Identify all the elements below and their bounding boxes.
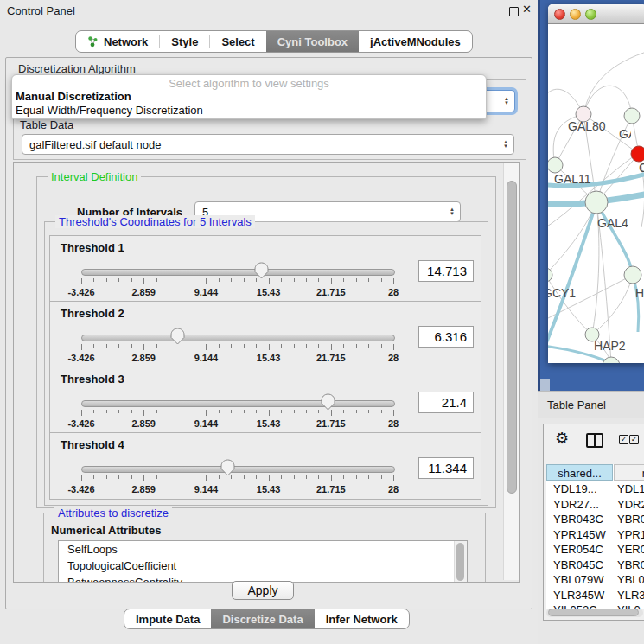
cell-name: YLR3 bbox=[617, 588, 644, 603]
panel-scrollbar[interactable] bbox=[503, 163, 519, 580]
close-icon[interactable]: ✕ bbox=[522, 3, 532, 16]
cell-shared-name: YLR345W bbox=[553, 588, 604, 603]
cell-shared-name: YER054C bbox=[553, 542, 603, 558]
tab-infer-network[interactable]: Infer Network bbox=[315, 609, 409, 628]
tick-label: 9.144 bbox=[180, 418, 232, 429]
tab-network[interactable]: Network bbox=[76, 31, 159, 52]
tab-style[interactable]: Style bbox=[160, 31, 209, 52]
table-row[interactable]: YBR043CYBR0 bbox=[546, 512, 644, 527]
column-header-name[interactable]: na bbox=[614, 464, 644, 481]
apply-button[interactable]: Apply bbox=[232, 581, 294, 600]
network-node-gcy1[interactable] bbox=[548, 268, 552, 282]
zoom-traffic-light-icon[interactable] bbox=[585, 9, 596, 20]
table-row[interactable]: YBR045CYBR0 bbox=[546, 558, 644, 573]
dropdown-option-manual-discretization[interactable]: Manual Discretization bbox=[16, 90, 131, 103]
tab-discretize-data[interactable]: Discretize Data bbox=[211, 609, 314, 628]
table-row[interactable]: YLR345WYLR3 bbox=[546, 588, 644, 603]
attributes-group-label: Attributes to discretize bbox=[54, 507, 172, 520]
network-node-gal4[interactable] bbox=[585, 191, 608, 214]
tab-impute-data[interactable]: Impute Data bbox=[124, 609, 211, 628]
thresholds-group-label: Threshold's Coordinates for 5 Intervals bbox=[55, 215, 255, 228]
checkbox-icon[interactable]: ✓ bbox=[629, 435, 639, 444]
threshold-value-field[interactable]: 21.4 bbox=[418, 392, 474, 413]
tab-jactivemnodules[interactable]: jActiveMNodules bbox=[359, 31, 472, 52]
threshold-label: Threshold 4 bbox=[61, 438, 124, 451]
attributes-group: Attributes to discretize Numerical Attri… bbox=[43, 513, 486, 583]
table-row[interactable]: YDL19...YDL1 bbox=[546, 481, 644, 497]
network-window[interactable]: GAL80GACGAL11GAL4GCY1HHAP2 bbox=[548, 4, 644, 363]
horizontal-scrollbar[interactable] bbox=[546, 609, 643, 617]
attribute-item[interactable]: SelfLoops bbox=[59, 542, 467, 558]
slider-track[interactable] bbox=[81, 466, 395, 473]
threshold-value-field[interactable]: 11.344 bbox=[418, 457, 474, 479]
thresholds-group: Threshold's Coordinates for 5 Intervals … bbox=[44, 221, 488, 506]
network-canvas[interactable]: GAL80GACGAL11GAL4GCY1HHAP2 bbox=[548, 24, 644, 363]
threshold-panel: Threshold 2-3.4262.8599.14415.4321.71528… bbox=[49, 301, 481, 368]
slider-tick-labels: -3.4262.8599.14415.4321.71528 bbox=[81, 484, 393, 494]
slider-track[interactable] bbox=[81, 400, 395, 407]
column-header-shared-name[interactable]: shared... bbox=[546, 464, 613, 481]
cell-shared-name: YPR145W bbox=[553, 527, 606, 543]
tab-cyni-toolbox[interactable]: Cyni Toolbox bbox=[266, 31, 359, 52]
slider-track[interactable] bbox=[81, 269, 395, 276]
table-panel-title: Table Panel bbox=[547, 399, 606, 411]
node-label: HAP2 bbox=[594, 339, 626, 353]
close-traffic-light-icon[interactable] bbox=[554, 9, 565, 20]
minimize-traffic-light-icon[interactable] bbox=[570, 9, 581, 20]
node-label: H bbox=[635, 286, 644, 300]
gear-icon[interactable]: ⚙ bbox=[555, 429, 569, 448]
table-row[interactable]: YER054CYER0 bbox=[546, 542, 644, 558]
cell-name: YBR0 bbox=[617, 558, 644, 573]
table-data-value: galFiltered.sif default node bbox=[29, 138, 161, 151]
cell-shared-name: YBR043C bbox=[553, 512, 603, 527]
float-window-icon[interactable] bbox=[509, 7, 519, 16]
threshold-panel: Threshold 1-3.4262.8599.14415.4321.71528… bbox=[49, 235, 481, 303]
slider-thumb[interactable] bbox=[321, 393, 335, 411]
attribute-item[interactable]: TopologicalCoefficient bbox=[59, 558, 467, 574]
network-node-right-mid[interactable] bbox=[624, 266, 641, 284]
cell-name: YIL0 bbox=[617, 603, 641, 609]
tick-label: -3.426 bbox=[55, 484, 107, 494]
slider-thumb[interactable] bbox=[170, 328, 185, 345]
slider-track[interactable] bbox=[81, 335, 395, 341]
table-row[interactable]: YBL079WYBL0 bbox=[546, 572, 644, 588]
tick-label: 2.859 bbox=[118, 484, 169, 494]
threshold-slider[interactable]: -3.4262.8599.14415.4321.71528 bbox=[81, 262, 393, 300]
threshold-slider[interactable]: -3.4262.8599.14415.4321.71528 bbox=[81, 328, 393, 366]
list-scrollbar[interactable] bbox=[454, 541, 467, 583]
checkbox-icon[interactable]: ✓ bbox=[619, 435, 628, 444]
table-row[interactable]: YIL052CYIL0 bbox=[546, 603, 644, 609]
table-row[interactable]: YDR27...YDR2 bbox=[546, 497, 644, 513]
cyni-toolbox-panel: Discretization Algorithm Table Data galF… bbox=[5, 57, 532, 609]
discretization-algorithm-label: Discretization Algorithm bbox=[18, 62, 136, 75]
node-label: GA bbox=[619, 127, 631, 141]
tick-label: 2.859 bbox=[118, 418, 169, 429]
panel-title: Control Panel bbox=[7, 4, 75, 17]
cell-shared-name: YBL079W bbox=[553, 572, 604, 588]
top-tab-bar: NetworkStyleSelectCyni ToolboxjActiveMNo… bbox=[75, 30, 473, 53]
cell-shared-name: YDL19... bbox=[553, 481, 597, 497]
threshold-slider[interactable]: -3.4262.8599.14415.4321.71528 bbox=[81, 459, 393, 497]
tab-select[interactable]: Select bbox=[210, 31, 265, 52]
scrollbar-thumb[interactable] bbox=[456, 543, 464, 581]
network-node-gal11[interactable] bbox=[548, 157, 563, 173]
scrollbar-thumb[interactable] bbox=[548, 609, 639, 616]
slider-thumb[interactable] bbox=[220, 459, 235, 476]
threshold-value-field[interactable]: 14.713 bbox=[418, 260, 474, 282]
table-data-combobox[interactable]: galFiltered.sif default node ▲▼ bbox=[22, 134, 514, 155]
slider-thumb[interactable] bbox=[254, 262, 269, 279]
numerical-attributes-list[interactable]: SelfLoopsTopologicalCoefficientBetweenne… bbox=[58, 540, 468, 583]
threshold-value-field[interactable]: 6.316 bbox=[418, 326, 474, 348]
cell-name: YBR0 bbox=[617, 512, 644, 527]
split-view-icon[interactable] bbox=[586, 433, 603, 448]
table-row[interactable]: YPR145WYPR1 bbox=[546, 527, 644, 543]
dropdown-option-equal-width-frequency[interactable]: Equal Width/Frequency Discretization bbox=[16, 104, 203, 117]
threshold-slider[interactable]: -3.4262.8599.14415.4321.71528 bbox=[81, 393, 393, 431]
scrollbar-thumb[interactable] bbox=[507, 181, 517, 494]
network-node-selected-red[interactable] bbox=[631, 146, 644, 162]
network-node-bottom[interactable] bbox=[603, 357, 620, 363]
tab-label: Cyni Toolbox bbox=[277, 35, 348, 48]
network-window-titlebar[interactable] bbox=[548, 4, 644, 24]
network-node-top-right[interactable] bbox=[624, 108, 640, 124]
node-table: shared... na YDL19...YDL1YDR27...YDR2YBR… bbox=[546, 464, 644, 609]
